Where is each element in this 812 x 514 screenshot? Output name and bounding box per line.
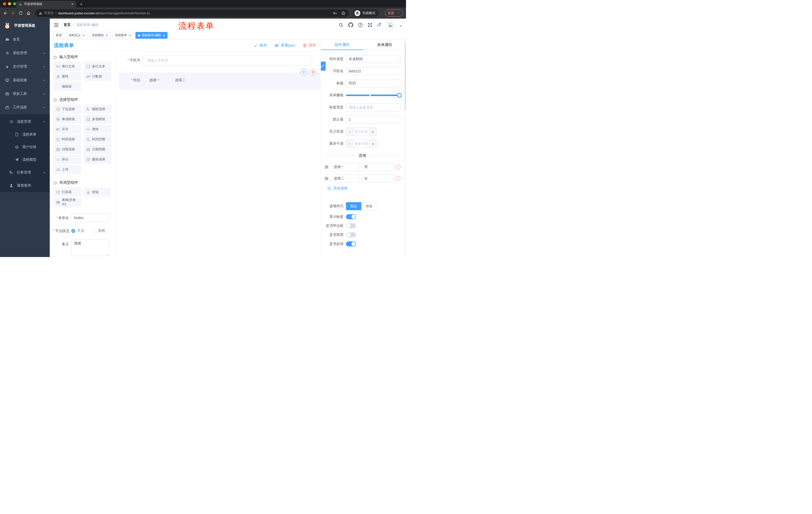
field-name-input[interactable] bbox=[346, 67, 401, 75]
back-icon[interactable] bbox=[3, 11, 7, 15]
address-bar[interactable]: 不安全 dashboard.yudao.iocoder.cn/bpm/manag… bbox=[35, 9, 349, 17]
sidebar-item-workflow[interactable]: 工作流程 bbox=[0, 101, 50, 114]
gender-row[interactable]: 性别 选项一 选项二 bbox=[119, 78, 321, 82]
component-dropdown-select[interactable]: 下拉选择 bbox=[53, 105, 81, 114]
sidebar-item-leave-query[interactable]: 请假查询 bbox=[0, 179, 50, 192]
component-rate[interactable]: ☆ 评分 bbox=[53, 155, 81, 164]
component-type-value[interactable] bbox=[346, 55, 401, 63]
remove-option-button[interactable]: − bbox=[396, 176, 401, 181]
tab-close-icon[interactable]: ✕ bbox=[71, 2, 74, 6]
canvas-field-gender-selected[interactable]: 性别 选项一 选项二 bbox=[119, 73, 321, 90]
gender-option-1[interactable]: 选项一 bbox=[143, 78, 160, 82]
save-button[interactable]: 保存 bbox=[254, 43, 267, 48]
tab-component-props[interactable]: 组件属性 bbox=[321, 40, 364, 50]
url-text[interactable]: dashboard.yudao.iocoder.cn/bpm/manager/f… bbox=[58, 11, 150, 15]
label-width-input[interactable] bbox=[346, 103, 401, 111]
title-input[interactable] bbox=[346, 79, 401, 87]
component-radio-group[interactable]: 单选框组 bbox=[53, 115, 81, 124]
decrease-button[interactable]: − bbox=[346, 140, 353, 147]
reload-icon[interactable] bbox=[19, 11, 23, 15]
phone-input[interactable] bbox=[143, 55, 312, 65]
font-size-icon[interactable]: TT bbox=[377, 23, 381, 27]
component-time-picker[interactable]: 时间选择 bbox=[53, 135, 81, 144]
component-password[interactable]: 密码 bbox=[53, 72, 81, 81]
tag-process-definition[interactable]: 流程定义✕ bbox=[66, 32, 87, 39]
sidebar-item-task-mgmt[interactable]: 任务管理 bbox=[0, 166, 50, 179]
option-value-input[interactable] bbox=[361, 163, 394, 171]
drag-handle-icon[interactable] bbox=[324, 165, 329, 169]
close-icon[interactable]: ✕ bbox=[163, 34, 165, 37]
sidebar-item-process-mgmt[interactable]: 流程管理 bbox=[0, 115, 50, 128]
close-icon[interactable]: ✕ bbox=[106, 34, 108, 37]
sidebar-collapse-icon[interactable] bbox=[54, 23, 59, 27]
component-upload[interactable]: 上传 bbox=[53, 165, 81, 174]
component-date-range[interactable]: 日期范围 bbox=[84, 145, 112, 154]
sidebar-logo[interactable]: 芋道管理系统 bbox=[0, 19, 50, 33]
option-name-input[interactable] bbox=[331, 163, 359, 171]
status-off-radio[interactable] bbox=[92, 229, 96, 233]
fullscreen-icon[interactable] bbox=[368, 23, 372, 27]
tab-form-props[interactable]: 表单属性 bbox=[364, 40, 406, 50]
sidebar-item-devtools[interactable]: 研发工具 bbox=[0, 87, 50, 101]
tag-process-form[interactable]: 流程表单✕ bbox=[112, 32, 134, 39]
bookmark-star-icon[interactable] bbox=[341, 11, 345, 15]
github-icon[interactable] bbox=[348, 22, 353, 27]
component-date-picker[interactable]: 日期选择 bbox=[53, 145, 81, 154]
min-checked-input[interactable] bbox=[353, 128, 369, 135]
form-remark-textarea[interactable]: 嘿嘿 bbox=[71, 239, 109, 256]
decrease-button[interactable]: − bbox=[346, 128, 353, 135]
checkbox-icon[interactable] bbox=[169, 78, 173, 82]
component-type-select[interactable] bbox=[346, 55, 401, 63]
search-icon[interactable] bbox=[339, 23, 343, 27]
show-label-toggle[interactable] bbox=[346, 214, 356, 219]
password-key-icon[interactable] bbox=[333, 11, 337, 15]
tag-process-form-edit[interactable]: 流程表单-编辑✕ bbox=[136, 32, 168, 39]
drag-handle-icon[interactable] bbox=[324, 176, 329, 181]
status-on-label[interactable]: 开启 bbox=[77, 228, 84, 233]
resize-handle[interactable] bbox=[106, 253, 108, 255]
form-canvas[interactable]: 手机号 bbox=[115, 51, 321, 257]
style-button-button[interactable]: 按钮 bbox=[361, 202, 377, 210]
sidebar-item-process-model[interactable]: 流程模型 bbox=[0, 154, 50, 166]
component-single-line-text[interactable]: 单行文本 bbox=[53, 62, 81, 71]
required-toggle[interactable] bbox=[346, 241, 356, 246]
tag-process-model[interactable]: 流程模型✕ bbox=[89, 32, 111, 39]
sidebar-item-home[interactable]: 首页 bbox=[0, 33, 50, 46]
checkbox-icon[interactable] bbox=[143, 78, 147, 82]
component-cascade-select[interactable]: 级联选择 bbox=[84, 105, 112, 114]
delete-field-button[interactable] bbox=[310, 69, 317, 76]
component-counter[interactable]: 123 计数器 bbox=[84, 72, 112, 81]
sidebar-item-process-form[interactable]: 流程表单 bbox=[0, 128, 50, 141]
with-border-toggle[interactable] bbox=[346, 223, 356, 228]
close-icon[interactable]: ✕ bbox=[82, 34, 85, 37]
component-color-picker[interactable]: 颜色选择 bbox=[84, 155, 112, 164]
sidebar-item-payment[interactable]: ¥ 支付管理 bbox=[0, 60, 50, 74]
component-button[interactable]: 按钮 bbox=[84, 188, 112, 197]
sidebar-item-system[interactable]: 系统管理 bbox=[0, 46, 50, 60]
status-on-radio[interactable] bbox=[71, 229, 75, 233]
component-table-dev[interactable]: 表格[开发中] bbox=[53, 198, 81, 207]
component-editor[interactable]: 编辑器 bbox=[53, 82, 81, 91]
min-checked-stepper[interactable]: − + bbox=[346, 128, 377, 136]
gender-option-2[interactable]: 选项二 bbox=[169, 78, 185, 82]
form-grid-slider[interactable] bbox=[346, 91, 400, 99]
increase-button[interactable]: + bbox=[369, 140, 376, 147]
increase-button[interactable]: + bbox=[369, 128, 376, 135]
home-icon[interactable] bbox=[26, 11, 31, 15]
disabled-toggle[interactable] bbox=[346, 232, 356, 237]
minimize-window-button[interactable] bbox=[8, 2, 11, 5]
site-security[interactable]: 不安全 bbox=[39, 11, 54, 15]
component-row-container[interactable]: 行容器 bbox=[53, 188, 81, 197]
component-checkbox-group[interactable]: 多选框组 bbox=[84, 115, 112, 124]
browser-menu-icon[interactable]: ⋮ bbox=[397, 11, 400, 15]
tag-home[interactable]: 首页 bbox=[53, 32, 64, 39]
clear-button[interactable]: 清空 bbox=[303, 43, 316, 48]
browser-update-button[interactable]: 更新 ⋮ bbox=[385, 9, 403, 17]
option-name-input[interactable] bbox=[331, 174, 359, 183]
component-time-range[interactable]: 时间范围 bbox=[84, 135, 112, 144]
close-icon[interactable]: ✕ bbox=[128, 34, 131, 37]
component-slider[interactable]: 滑块 bbox=[84, 125, 112, 134]
window-controls[interactable] bbox=[3, 2, 16, 5]
option-value-input[interactable] bbox=[361, 174, 394, 183]
scrollbar-thumb[interactable] bbox=[405, 42, 406, 110]
